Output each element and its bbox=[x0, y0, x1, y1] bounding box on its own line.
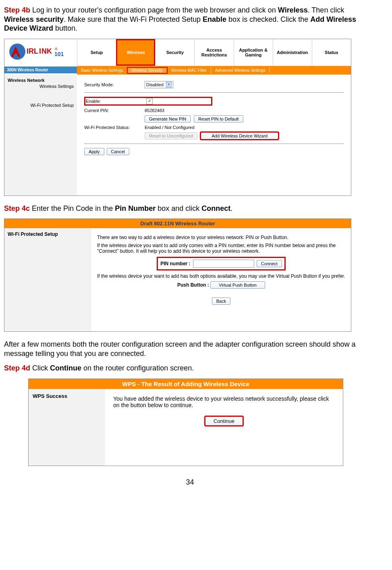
step4d-label: Step 4d bbox=[4, 364, 30, 372]
cancel-button[interactable]: Cancel bbox=[107, 148, 129, 155]
wps-add-device-screenshot: Draft 802.11N Wireless Router Wi-Fi Prot… bbox=[4, 218, 351, 332]
shot3-left-label: WPS Success bbox=[29, 389, 105, 466]
chevron-down-icon: ▾ bbox=[166, 82, 172, 87]
subtab-basic[interactable]: Basic Wireless Settings bbox=[77, 67, 127, 73]
tab-status[interactable]: Status bbox=[312, 39, 351, 66]
tab-access-restrictions[interactable]: Access Restrictions bbox=[194, 39, 233, 66]
wps-status-label: Wi-Fi Protected Status: bbox=[84, 125, 145, 130]
shot2-p1: There are two way to add a wireless devi… bbox=[97, 235, 345, 240]
tab-setup[interactable]: Setup bbox=[77, 39, 116, 66]
main-tabs: Setup Wireless Security Access Restricti… bbox=[77, 39, 351, 66]
shot3-p1: You have added the wireless device to yo… bbox=[113, 395, 335, 408]
virtual-push-button[interactable]: Virtual Push Button bbox=[210, 281, 265, 289]
model-label: 300N Wireless Router bbox=[4, 67, 77, 73]
security-mode-label: Security Mode: bbox=[84, 82, 145, 87]
step4b-paragraph: Step 4b Log in to your router's configur… bbox=[4, 6, 376, 33]
subtab-mac-filter[interactable]: Wireless MAC Filter bbox=[167, 67, 211, 73]
side-item-wireless-settings: Wireless Settings bbox=[8, 84, 74, 89]
current-pin-label: Current PIN: bbox=[84, 108, 145, 113]
enable-checkbox[interactable]: ✓ bbox=[146, 98, 153, 104]
add-wireless-device-wizard-button[interactable]: Add Wireless Device Wizard bbox=[201, 132, 278, 139]
sub-tabs: Basic Wireless Settings Wireless Securit… bbox=[77, 66, 351, 75]
side-column: Wireless Network Wireless Settings Wi-Fi… bbox=[4, 75, 77, 196]
enable-label: Enable: bbox=[86, 99, 146, 104]
pin-number-label: PIN number : bbox=[160, 261, 191, 266]
svg-text:I: I bbox=[39, 47, 41, 55]
svg-text:RL: RL bbox=[29, 47, 38, 55]
reset-unconfigured-button[interactable]: Reset to Unconfigured bbox=[145, 132, 197, 139]
page-number: 34 bbox=[4, 478, 376, 487]
tab-administration[interactable]: Administration bbox=[273, 39, 312, 66]
step4c-paragraph: Step 4c Enter the Pin Code in the Pin Nu… bbox=[4, 204, 376, 213]
tab-wireless[interactable]: Wireless bbox=[116, 39, 155, 66]
push-button-label: Push Button : bbox=[177, 282, 209, 288]
pin-number-input[interactable] bbox=[193, 260, 254, 268]
step4d-paragraph: Step 4d Click Continue on the router con… bbox=[4, 364, 376, 373]
wps-status-value: Enabled / Not Configured bbox=[145, 125, 195, 130]
security-mode-select[interactable]: Disabled ▾ bbox=[145, 81, 173, 88]
side-heading-wireless-network: Wireless Network bbox=[8, 78, 74, 83]
wps-result-screenshot: WPS - The Result of Adding Wireless Devi… bbox=[28, 379, 343, 466]
airlink-logo: I RL I NK ® 101 bbox=[4, 39, 77, 67]
shot2-header: Draft 802.11N Wireless Router bbox=[4, 219, 351, 228]
settings-main: Security Mode: Disabled ▾ Enable: ✓ Curr… bbox=[77, 75, 351, 196]
apply-button[interactable]: Apply bbox=[84, 148, 104, 155]
side-item-wps: Wi-Fi Protected Setup bbox=[8, 103, 74, 108]
step4b-label: Step 4b bbox=[4, 6, 30, 14]
current-pin-value: 85282483 bbox=[145, 108, 164, 113]
svg-text:NK: NK bbox=[41, 47, 52, 55]
tab-security[interactable]: Security bbox=[155, 39, 194, 66]
back-button[interactable]: Back bbox=[212, 297, 230, 305]
after-text: After a few moments both the router conf… bbox=[4, 340, 376, 358]
tab-application-gaming[interactable]: Application & Gaming bbox=[234, 39, 273, 66]
subtab-advanced[interactable]: Advanced Wireless Settings bbox=[211, 67, 270, 73]
router-settings-screenshot: I RL I NK ® 101 300N Wireless Router Set… bbox=[4, 39, 351, 196]
svg-text:101: 101 bbox=[54, 51, 64, 57]
shot3-header: WPS - The Result of Adding Wireless Devi… bbox=[29, 379, 343, 389]
shot2-p3: If the wireless device your want to add … bbox=[97, 273, 345, 279]
shot2-p2: If the wireless device you want to add o… bbox=[97, 243, 345, 254]
shot2-left-label: Wi-Fi Protected Setup bbox=[4, 228, 91, 331]
pin-entry-group: PIN number : Connect bbox=[158, 258, 284, 269]
connect-button[interactable]: Connect bbox=[257, 260, 282, 267]
generate-new-pin-button[interactable]: Generate New PIN bbox=[145, 115, 191, 123]
continue-button[interactable]: Continue bbox=[205, 416, 243, 426]
reset-pin-default-button[interactable]: Reset PIN to Default bbox=[194, 115, 243, 123]
step4c-label: Step 4c bbox=[4, 204, 30, 212]
subtab-wireless-security[interactable]: Wireless Security bbox=[127, 67, 167, 73]
